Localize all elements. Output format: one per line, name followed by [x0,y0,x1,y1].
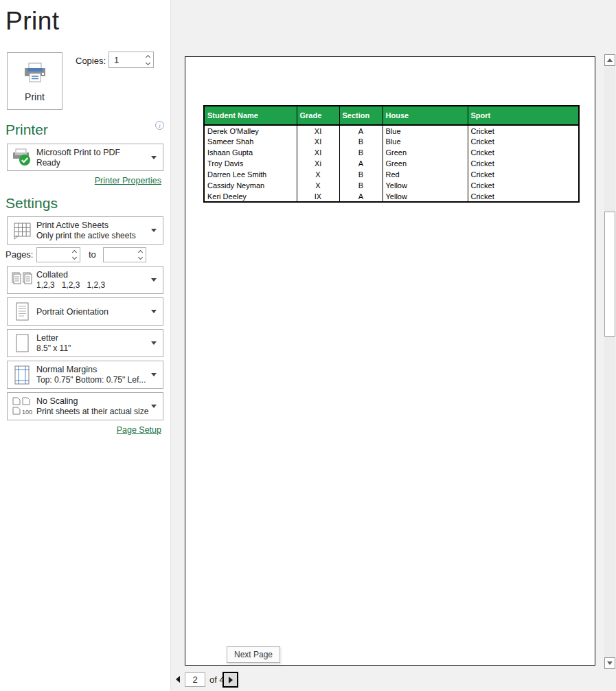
print-preview-area: Student NameGradeSectionHouseSport Derek… [170,0,616,691]
previous-page-button[interactable] [176,676,180,683]
table-cell: A [339,158,383,169]
table-cell: X [297,169,339,180]
margins-title: Normal Margins [36,364,151,375]
collation-subtitle: 1,2,3 1,2,3 1,2,3 [36,280,151,291]
chevron-down-icon [151,341,157,345]
down-arrow-icon [607,661,613,665]
table-cell: IX [297,191,339,202]
table-cell: A [339,125,383,136]
printer-section-heading: Printer [5,122,48,138]
table-cell: Yellow [383,180,468,191]
pages-to-spinner [135,248,146,262]
pages-range-row: Pages: to [0,247,170,262]
pages-to-value[interactable] [104,250,135,260]
table-header-cell: House [383,106,468,125]
table-cell: A [339,191,383,202]
table-cell: Darren Lee Smith [204,169,297,180]
table-cell: Cricket [468,158,579,169]
paper-size-subtitle: 8.5" x 11" [36,343,151,354]
table-cell: B [339,147,383,158]
print-what-subtitle: Only print the active sheets [36,231,151,241]
vertical-scrollbar[interactable] [604,0,616,691]
orientation-selector[interactable]: Portrait Orientation [7,297,163,326]
table-cell: Cricket [468,125,579,136]
table-cell: Blue [383,125,468,136]
table-cell: Cricket [468,136,579,147]
table-header-row: Student NameGradeSectionHouseSport [204,106,579,125]
table-row: Troy DavisXiAGreenCricket [204,158,579,169]
pages-to-label: to [89,249,96,260]
pages-label: Pages: [5,249,33,260]
next-page-tooltip: Next Page [227,646,280,663]
table-cell: XI [297,125,339,136]
copies-value: 1 [109,55,142,65]
up-arrow-icon [607,58,613,62]
table-row: Sameer ShahXIBBlueCricket [204,136,579,147]
copies-increment-button[interactable] [142,52,153,60]
table-cell: B [339,180,383,191]
print-what-title: Print Active Sheets [36,220,151,231]
pages-from-input[interactable] [36,247,80,262]
paper-size-title: Letter [36,332,151,343]
scrollbar-track[interactable] [604,67,615,657]
preview-table: Student NameGradeSectionHouseSport Derek… [203,105,580,203]
table-cell: XI [297,136,339,147]
margins-selector[interactable]: Normal Margins Top: 0.75" Bottom: 0.75" … [7,361,163,389]
copies-decrement-button[interactable] [142,60,153,67]
paper-size-selector[interactable]: Letter 8.5" x 11" [7,329,163,357]
table-row: Derek O'MalleyXIABlueCricket [204,125,579,136]
chevron-down-icon [151,310,157,313]
copies-label: Copies: [76,56,106,66]
table-cell: B [339,136,383,147]
collation-title: Collated [36,269,151,280]
right-arrow-icon [229,677,233,683]
chevron-down-icon [151,405,157,408]
table-cell: Cricket [468,169,579,180]
chevron-down-icon [151,278,157,282]
table-cell: Ishaan Gupta [204,147,297,158]
table-cell: Red [383,169,468,180]
print-what-selector[interactable]: Print Active Sheets Only print the activ… [7,216,163,245]
table-cell: Yellow [383,191,468,202]
printer-ready-icon [8,148,36,167]
print-button[interactable]: Print [7,52,62,110]
table-header-cell: Student Name [204,106,297,125]
scaling-subtitle: Print sheets at their actual size [36,407,151,417]
scaling-title: No Scaling [36,396,151,407]
table-cell: Keri Deeley [204,191,297,202]
pages-to-decrement-button[interactable] [135,255,146,262]
next-page-button[interactable] [223,672,238,688]
pages-to-input[interactable] [103,247,146,262]
printer-selector[interactable]: Microsoft Print to PDF Ready [7,144,163,171]
chevron-down-icon [151,229,157,232]
collation-selector[interactable]: Collated 1,2,3 1,2,3 1,2,3 [7,266,163,294]
scroll-down-button[interactable] [604,657,615,669]
table-cell: XI [297,147,339,158]
preview-table-body: Derek O'MalleyXIABlueCricketSameer ShahX… [204,125,579,202]
chevron-down-icon [151,373,157,376]
pages-from-spinner [69,248,80,262]
table-header-cell: Sport [468,106,579,125]
table-cell: Cricket [468,191,579,202]
table-cell: Green [383,147,468,158]
collated-icon [8,271,36,289]
table-cell: B [339,169,383,180]
copies-input[interactable]: 1 [109,52,154,68]
scroll-up-button[interactable] [604,54,615,66]
portrait-page-icon [8,302,36,322]
printer-properties-link[interactable]: Printer Properties [95,176,161,185]
print-button-label: Print [25,91,45,102]
table-cell: Troy Davis [204,158,297,169]
printer-name: Microsoft Print to PDF [36,147,151,158]
no-scaling-icon: 100 [8,396,36,418]
page-setup-link[interactable]: Page Setup [117,425,161,435]
print-settings-panel: Print Print Copies: 1 [0,0,170,691]
pages-from-decrement-button[interactable] [69,255,80,262]
printer-status: Ready [36,158,151,168]
margins-icon [8,365,36,385]
info-icon[interactable]: i [155,121,164,130]
current-page-input[interactable] [185,672,205,687]
scrollbar-thumb[interactable] [604,212,615,337]
scaling-selector[interactable]: 100 No Scaling Print sheets at their act… [7,392,163,420]
pages-from-value[interactable] [37,250,69,260]
